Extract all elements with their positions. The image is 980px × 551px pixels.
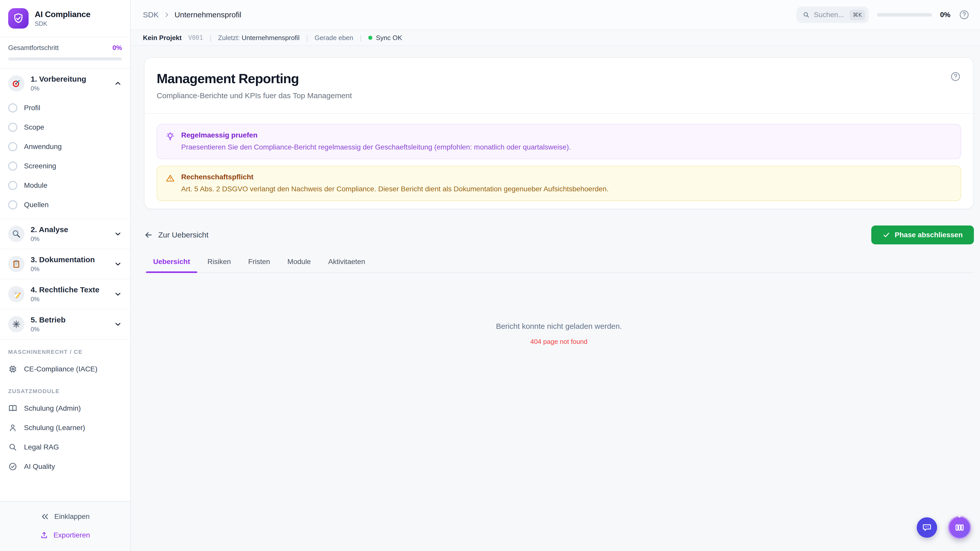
- chevron-down-icon[interactable]: [114, 290, 122, 298]
- sidebar-item-scope[interactable]: Scope: [0, 118, 130, 137]
- phase-header-dokumentation[interactable]: 3. Dokumentation 0%: [0, 249, 130, 279]
- radio-empty-icon: [8, 162, 18, 171]
- help-button[interactable]: [959, 9, 970, 21]
- export-button[interactable]: Exportieren: [35, 527, 95, 543]
- collapse-sidebar-button[interactable]: Einklappen: [35, 509, 95, 524]
- book-icon: [8, 404, 18, 413]
- complete-label: Phase abschliessen: [895, 231, 963, 239]
- check-circle-icon: [8, 462, 18, 471]
- sidebar-item-anwendung[interactable]: Anwendung: [0, 137, 130, 156]
- sidebar-item-legal-rag[interactable]: Legal RAG: [0, 437, 130, 457]
- chevron-down-icon[interactable]: [114, 260, 122, 268]
- radio-empty-icon: [8, 200, 18, 210]
- subitem-label: Quellen: [24, 201, 49, 209]
- version-badge: V001: [188, 34, 203, 41]
- content-area: Management Reporting Compliance-Berichte…: [130, 46, 980, 551]
- navitem-label: Schulung (Admin): [24, 404, 81, 413]
- search-shortcut-badge: ⌘K: [850, 10, 865, 20]
- warning-title: Rechenschaftspflicht: [181, 173, 609, 181]
- complete-phase-button[interactable]: Phase abschliessen: [871, 225, 974, 245]
- tab-fristen[interactable]: Fristen: [248, 258, 270, 272]
- search-input[interactable]: [814, 11, 845, 19]
- navitem-label: AI Quality: [24, 462, 55, 471]
- memo-icon: [8, 286, 24, 302]
- tab-uebersicht[interactable]: Uebersicht: [153, 258, 190, 272]
- warning-body: Art. 5 Abs. 2 DSGVO verlangt den Nachwei…: [181, 184, 609, 194]
- navitem-label: CE-Compliance (IACE): [24, 365, 97, 373]
- chat-button[interactable]: [917, 517, 937, 538]
- columns-icon: [954, 522, 965, 533]
- sidebar-item-screening[interactable]: Screening: [0, 156, 130, 176]
- card-header: Management Reporting Compliance-Berichte…: [145, 58, 974, 114]
- project-name: Kein Projekt: [143, 34, 182, 42]
- search-box[interactable]: ⌘K: [797, 6, 869, 23]
- sidebar-item-module[interactable]: Module: [0, 176, 130, 195]
- phase-section-rechtliche-texte: 4. Rechtliche Texte 0%: [0, 279, 130, 310]
- check-icon: [883, 231, 890, 239]
- phase-header-vorbereitung[interactable]: 1. Vorbereitung 0%: [0, 68, 130, 98]
- breadcrumb-root[interactable]: SDK: [143, 11, 159, 19]
- tab-aktivitaeten[interactable]: Aktivitaeten: [328, 258, 365, 272]
- clipboard-icon: [8, 256, 24, 272]
- phase-header-analyse[interactable]: 2. Analyse 0%: [0, 219, 130, 249]
- report-card: Management Reporting Compliance-Berichte…: [144, 57, 974, 209]
- phase-label: 4. Rechtliche Texte: [30, 286, 100, 294]
- back-to-overview-link[interactable]: Zur Uebersicht: [144, 230, 208, 240]
- lightbulb-icon: [165, 131, 175, 141]
- subitem-label: Scope: [24, 123, 44, 131]
- report-error: Bericht konnte nicht geladen werden. 404…: [144, 322, 974, 346]
- app-window: AI Compliance SDK Gesamtfortschritt 0% 1…: [0, 0, 980, 551]
- radio-empty-icon: [8, 142, 18, 151]
- overall-progress-value: 0%: [112, 44, 122, 52]
- chevron-down-icon[interactable]: [114, 320, 122, 328]
- columns-panel-button[interactable]: [948, 516, 971, 539]
- sidebar-item-ai-quality[interactable]: AI Quality: [0, 457, 130, 476]
- sidebar: AI Compliance SDK Gesamtfortschritt 0% 1…: [0, 0, 130, 551]
- overall-progress-bar: [8, 57, 122, 60]
- arrow-left-icon: [144, 230, 153, 240]
- last-value: Unternehmensprofil: [242, 34, 300, 41]
- subitem-label: Module: [24, 181, 48, 189]
- page-subtitle: Compliance-Berichte und KPIs fuer das To…: [157, 91, 352, 100]
- magnifier-icon: [8, 226, 24, 242]
- section-label-zusatzmodule: ZUSATZMODULE: [0, 379, 130, 399]
- app-subtitle: SDK: [35, 20, 90, 27]
- phase-section-vorbereitung: 1. Vorbereitung 0% Profil Scope Anwendun…: [0, 68, 130, 219]
- status-bar: Kein Projekt V001 | Zuletzt: Unternehmen…: [130, 30, 980, 46]
- tip-callout: Regelmaessig pruefen Praesentieren Sie d…: [157, 124, 961, 159]
- last-label: Zuletzt:: [218, 34, 240, 41]
- topbar: SDK Unternehmensprofil ⌘K 0%: [130, 0, 980, 30]
- card-help-button[interactable]: [950, 71, 961, 82]
- sidebar-item-ce-compliance[interactable]: CE-Compliance (IACE): [0, 359, 130, 379]
- phase-header-rechtliche-texte[interactable]: 4. Rechtliche Texte 0%: [0, 279, 130, 309]
- sidebar-item-schulung-learner[interactable]: Schulung (Learner): [0, 418, 130, 437]
- user-icon: [8, 423, 18, 432]
- phase-percent: 0%: [30, 235, 68, 243]
- sidebar-item-profil[interactable]: Profil: [0, 98, 130, 118]
- sidebar-item-quellen[interactable]: Quellen: [0, 195, 130, 214]
- chevron-down-icon[interactable]: [114, 230, 122, 238]
- error-message: Bericht konnte nicht geladen werden.: [144, 322, 974, 330]
- sidebar-header: AI Compliance SDK: [0, 0, 130, 37]
- radio-empty-icon: [8, 123, 18, 132]
- upload-icon: [40, 531, 48, 539]
- topbar-progress-bar: [877, 13, 932, 17]
- tab-risiken[interactable]: Risiken: [207, 258, 231, 272]
- chevron-up-icon[interactable]: [114, 79, 122, 87]
- breadcrumb: SDK Unternehmensprofil: [143, 11, 241, 19]
- phase-header-betrieb[interactable]: 5. Betrieb 0%: [0, 310, 130, 339]
- phase-nav: 1. Vorbereitung 0% Profil Scope Anwendun…: [0, 68, 130, 501]
- navitem-label: Schulung (Learner): [24, 424, 85, 432]
- collapse-label: Einklappen: [54, 513, 90, 521]
- radio-empty-icon: [8, 181, 18, 190]
- phase-section-dokumentation: 3. Dokumentation 0%: [0, 249, 130, 279]
- topbar-progress-value: 0%: [940, 11, 950, 19]
- sidebar-footer: Einklappen Exportieren: [0, 501, 130, 551]
- sidebar-item-schulung-admin[interactable]: Schulung (Admin): [0, 399, 130, 418]
- phase-percent: 0%: [30, 295, 100, 303]
- tip-body: Praesentieren Sie den Compliance-Bericht…: [181, 142, 571, 152]
- topbar-right: ⌘K 0%: [797, 6, 970, 23]
- tab-module[interactable]: Module: [287, 258, 311, 272]
- back-label: Zur Uebersicht: [158, 230, 208, 239]
- phase-section-betrieb: 5. Betrieb 0%: [0, 310, 130, 340]
